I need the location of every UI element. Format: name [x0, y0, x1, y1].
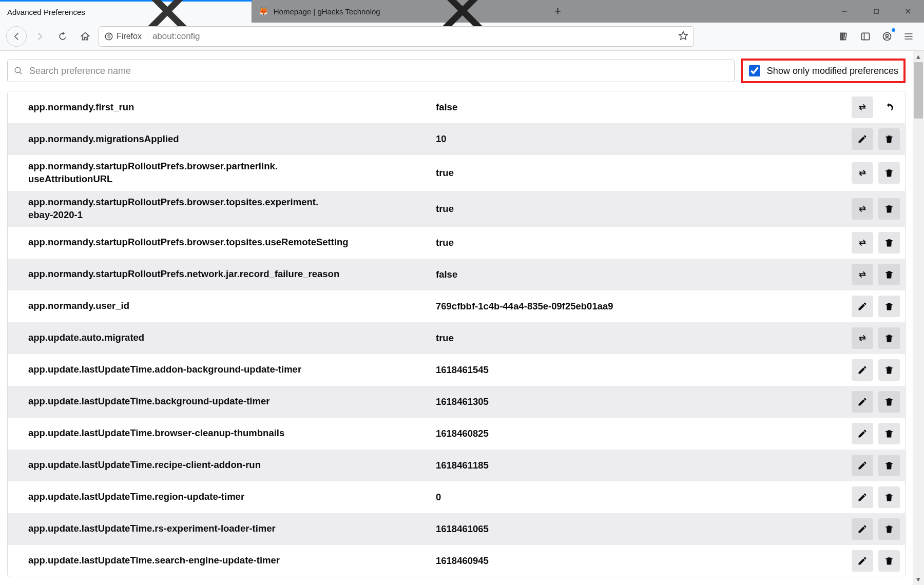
pref-value: true — [436, 333, 846, 344]
tab-title: Homepage | gHacks Technolog — [274, 7, 380, 16]
delete-button[interactable] — [878, 232, 900, 254]
scrollbar-thumb[interactable] — [914, 62, 923, 119]
delete-button[interactable] — [878, 327, 900, 349]
maximize-button[interactable] — [860, 0, 892, 23]
edit-button[interactable] — [852, 128, 873, 150]
toggle-icon — [857, 102, 868, 112]
library-button[interactable] — [835, 27, 853, 46]
pref-row: app.normandy.startupRolloutPrefs.browser… — [8, 227, 905, 259]
delete-button[interactable] — [878, 198, 900, 220]
pref-name: app.normandy.startupRolloutPrefs.browser… — [28, 160, 431, 186]
scroll-down-icon[interactable]: ▾ — [913, 574, 924, 585]
toggle-button[interactable] — [852, 162, 873, 184]
pref-value: true — [436, 203, 846, 215]
pref-value: false — [436, 102, 846, 113]
edit-button[interactable] — [852, 391, 873, 413]
reload-button[interactable] — [53, 27, 72, 46]
pref-name: app.normandy.first_run — [28, 101, 431, 114]
pref-name: app.normandy.startupRolloutPrefs.browser… — [28, 196, 431, 222]
show-modified-only-box: Show only modified preferences — [741, 59, 906, 83]
edit-button[interactable] — [852, 486, 873, 508]
home-button[interactable] — [76, 27, 94, 46]
tab-active[interactable]: Advanced Preferences — [0, 0, 252, 23]
account-button[interactable] — [878, 27, 896, 46]
delete-button[interactable] — [878, 518, 900, 540]
pref-name: app.update.lastUpdateTime.addon-backgrou… — [28, 363, 431, 376]
delete-button[interactable] — [878, 455, 900, 476]
edit-icon — [857, 397, 868, 407]
sidebar-button[interactable] — [856, 27, 875, 46]
reset-button[interactable] — [878, 96, 900, 118]
show-modified-only-checkbox[interactable] — [749, 65, 760, 76]
pref-value: 1618461305 — [436, 396, 846, 407]
pref-value: 1618461545 — [436, 364, 846, 376]
identity-box[interactable]: Firefox — [104, 32, 147, 41]
pref-actions — [852, 550, 900, 572]
edit-icon — [857, 365, 868, 375]
pref-actions — [852, 232, 900, 254]
pref-table: app.normandy.first_runfalseapp.normandy.… — [7, 91, 906, 577]
pref-row: app.update.lastUpdateTime.addon-backgrou… — [8, 354, 905, 386]
trash-icon — [884, 134, 894, 144]
search-icon — [14, 66, 23, 75]
toggle-button[interactable] — [852, 232, 873, 254]
pref-row: app.normandy.startupRolloutPrefs.network… — [8, 259, 905, 290]
edit-button[interactable] — [852, 518, 873, 540]
delete-button[interactable] — [878, 391, 900, 413]
pref-name: app.update.lastUpdateTime.search-engine-… — [28, 554, 431, 567]
trash-icon — [884, 524, 894, 534]
toggle-button[interactable] — [852, 96, 873, 118]
edit-button[interactable] — [852, 455, 873, 476]
delete-button[interactable] — [878, 128, 900, 150]
scroll-up-icon[interactable]: ▴ — [913, 51, 924, 62]
firefox-icon — [104, 32, 113, 41]
app-menu-button[interactable] — [899, 27, 918, 46]
delete-button[interactable] — [878, 550, 900, 572]
pref-actions — [852, 264, 900, 285]
vertical-scrollbar[interactable]: ▴ ▾ — [913, 51, 924, 585]
delete-button[interactable] — [878, 296, 900, 317]
pref-row: app.update.lastUpdateTime.recipe-client-… — [8, 450, 905, 481]
delete-button[interactable] — [878, 359, 900, 381]
pref-name: app.update.lastUpdateTime.background-upd… — [28, 395, 431, 408]
toggle-button[interactable] — [852, 198, 873, 220]
edit-button[interactable] — [852, 296, 873, 317]
pref-search-input[interactable] — [28, 65, 728, 77]
close-window-button[interactable] — [892, 0, 924, 23]
pref-row: app.update.lastUpdateTime.browser-cleanu… — [8, 418, 905, 450]
pref-row: app.update.lastUpdateTime.region-update-… — [8, 481, 905, 513]
new-tab-button[interactable]: + — [547, 0, 569, 23]
delete-button[interactable] — [878, 162, 900, 184]
browser-tabstrip: Advanced Preferences 🦊 Homepage | gHacks… — [0, 0, 924, 23]
pref-search-box[interactable] — [7, 60, 735, 82]
edit-button[interactable] — [852, 423, 873, 444]
pref-actions — [852, 359, 900, 381]
show-modified-only-label[interactable]: Show only modified preferences — [767, 66, 898, 76]
pref-value: true — [436, 167, 846, 179]
back-button[interactable] — [6, 26, 27, 47]
tab-title: Advanced Preferences — [7, 8, 85, 16]
delete-button[interactable] — [878, 423, 900, 444]
pref-row: app.update.lastUpdateTime.search-engine-… — [8, 545, 905, 577]
pref-name: app.update.lastUpdateTime.browser-cleanu… — [28, 427, 431, 440]
edit-button[interactable] — [852, 359, 873, 381]
pref-actions — [852, 162, 900, 184]
tab-inactive[interactable]: 🦊 Homepage | gHacks Technolog — [252, 0, 547, 23]
toggle-button[interactable] — [852, 327, 873, 349]
edit-icon — [857, 428, 868, 439]
url-bar[interactable]: Firefox about:config — [99, 26, 694, 47]
delete-button[interactable] — [878, 264, 900, 285]
minimize-button[interactable] — [829, 0, 860, 23]
pref-value: 1618460945 — [436, 555, 846, 567]
trash-icon — [884, 556, 894, 566]
bookmark-star-button[interactable] — [678, 31, 688, 43]
toggle-icon — [857, 333, 868, 343]
pref-name: app.update.lastUpdateTime.region-update-… — [28, 491, 431, 503]
delete-button[interactable] — [878, 486, 900, 508]
edit-button[interactable] — [852, 550, 873, 572]
pref-row: app.normandy.startupRolloutPrefs.browser… — [8, 155, 905, 191]
forward-button[interactable] — [31, 27, 49, 46]
toggle-button[interactable] — [852, 264, 873, 285]
pref-name: app.update.lastUpdateTime.rs-experiment-… — [28, 522, 431, 535]
pref-row: app.update.lastUpdateTime.background-upd… — [8, 386, 905, 418]
